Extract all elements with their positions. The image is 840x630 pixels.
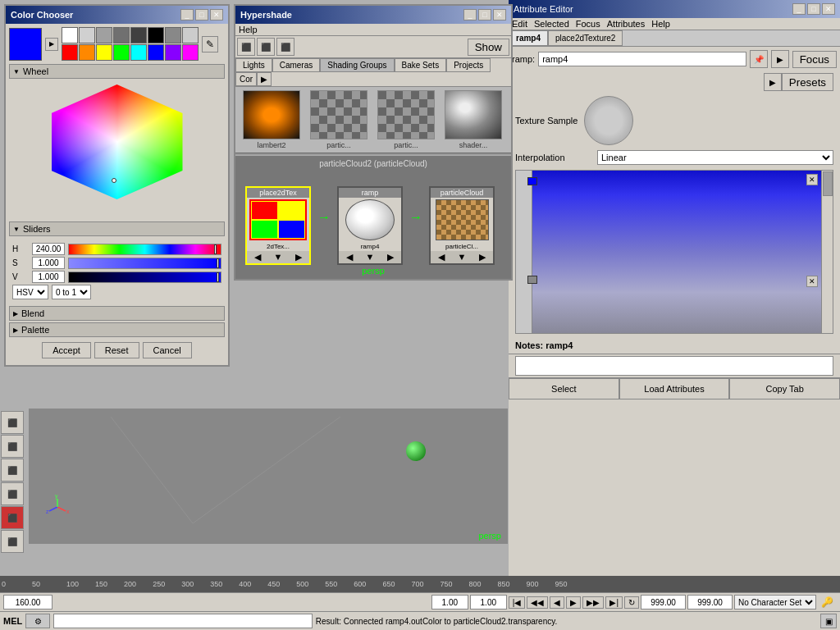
accept-button[interactable]: Accept (42, 342, 91, 358)
ae-menu-focus[interactable]: Focus (576, 19, 600, 29)
mel-input[interactable] (53, 614, 313, 628)
ae-menu-selected[interactable]: Selected (534, 19, 569, 29)
time-end-input[interactable] (641, 595, 686, 609)
ae-arrow-btn[interactable]: ▶ (771, 50, 789, 68)
loop-button[interactable]: ↻ (624, 596, 639, 609)
hs-node-2dtex-next[interactable]: ▶ (295, 252, 302, 262)
ae-ramp-marker-top[interactable] (527, 177, 537, 185)
hs-tool1[interactable]: ⬛ (237, 38, 255, 56)
hs-material-shader[interactable]: shader... (441, 90, 506, 149)
swatch-yellow[interactable] (96, 44, 112, 61)
hs-node-particle-prev[interactable]: ◀ (438, 252, 445, 262)
value-slider-thumb[interactable] (217, 272, 219, 282)
hs-minimize-button[interactable]: _ (463, 9, 477, 21)
swatch-white[interactable] (62, 27, 78, 43)
ae-ramp-marker-bottom[interactable] (527, 276, 537, 284)
lt-btn-2[interactable]: ⬛ (1, 435, 24, 458)
hs-tab-more[interactable]: Cor (235, 72, 257, 86)
range-end2-input[interactable] (687, 595, 733, 609)
eyedropper-tool[interactable]: ✎ (202, 36, 218, 52)
swatch-mgray[interactable] (96, 27, 112, 43)
minimize-button[interactable]: _ (180, 9, 194, 21)
swatch-gray2[interactable] (165, 27, 181, 43)
hs-tool2[interactable]: ⬛ (257, 38, 275, 56)
ae-select-button[interactable]: Select (509, 378, 619, 399)
ae-menu-edit[interactable]: Edit (512, 19, 527, 29)
ae-ramp-scrollbar[interactable] (821, 171, 833, 333)
lt-btn-1[interactable]: ⬛ (1, 411, 24, 434)
ae-ramp-gradient[interactable]: ✕ ✕ (532, 171, 821, 333)
value-value-input[interactable] (32, 271, 65, 283)
ae-notes-input[interactable] (515, 356, 833, 376)
ae-ramp-close-bottom[interactable]: ✕ (806, 276, 818, 287)
swatch-red[interactable] (62, 44, 78, 61)
ae-arrow-btn2[interactable]: ▶ (764, 73, 782, 91)
swatch-green[interactable] (113, 44, 130, 61)
swatch-orange[interactable] (79, 44, 95, 61)
play-back-button[interactable]: ◀ (550, 596, 564, 609)
mel-btn[interactable]: ▣ (820, 614, 837, 628)
hs-tab-shading[interactable]: Shading Groups (320, 58, 394, 72)
viewport[interactable]: persp x z y (29, 409, 508, 544)
swatch-black[interactable] (148, 27, 164, 43)
ae-tab-ramp4[interactable]: ramp4 (509, 30, 548, 46)
hs-node-particle[interactable]: particleCloud particleCl... ◀ ▼ ▶ (429, 186, 495, 265)
swatch-lgray2[interactable] (182, 27, 199, 43)
swatch-cyan[interactable] (130, 44, 147, 61)
value-slider-track[interactable] (68, 272, 221, 283)
ae-ramp-close-top[interactable]: ✕ (806, 174, 818, 185)
hs-material-partic1[interactable]: partic... (306, 90, 372, 149)
play-forward-button[interactable]: ▶ (566, 596, 581, 609)
swatch-dgray[interactable] (113, 27, 130, 43)
hs-menu-help[interactable]: Help (239, 25, 258, 34)
hs-node-ramp-next[interactable]: ▶ (387, 252, 394, 262)
hs-tab-bake[interactable]: Bake Sets (395, 58, 447, 72)
ae-ramp-scroll-thumb[interactable] (823, 171, 833, 196)
maximize-button[interactable]: □ (195, 9, 208, 21)
hs-tab-projects[interactable]: Projects (446, 58, 491, 72)
swatch-vdgray[interactable] (130, 27, 147, 43)
hs-node-ramp[interactable]: ramp ramp4 ◀ ▼ ▶ (337, 186, 403, 265)
lt-btn-4[interactable]: ⬛ (1, 482, 24, 505)
reset-button[interactable]: Reset (94, 342, 139, 358)
palette-section-header[interactable]: ▶ Palette (9, 322, 225, 337)
color-mode-dropdown[interactable]: HSV RGB (12, 285, 48, 299)
swatch-arrow[interactable]: ▶ (45, 38, 58, 51)
range-start-input[interactable] (431, 595, 468, 609)
ae-tab-place2d[interactable]: place2dTexture2 (548, 30, 623, 46)
ae-close-button[interactable]: ✕ (822, 3, 835, 15)
hs-tool3[interactable]: ⬛ (276, 38, 294, 56)
swatch-blue[interactable] (148, 44, 164, 61)
ae-bookmark-btn[interactable]: 📌 (750, 50, 768, 68)
hs-node-particle-next[interactable]: ▶ (479, 252, 486, 262)
ae-minimize-button[interactable]: _ (792, 3, 806, 15)
prev-frame-button[interactable]: ◀◀ (527, 596, 548, 609)
hs-tab-scroll[interactable]: ▶ (257, 72, 272, 86)
saturation-slider-track[interactable] (68, 258, 221, 269)
range-dropdown[interactable]: 0 to 1 (52, 285, 91, 299)
wheel-section-header[interactable]: ▼ Wheel (9, 64, 225, 79)
ae-load-attributes-button[interactable]: Load Attributes (619, 378, 730, 399)
hs-node-2dtex-play[interactable]: ▼ (274, 252, 283, 262)
hs-close-button[interactable]: ✕ (493, 9, 506, 21)
swatch-purple[interactable] (165, 44, 181, 61)
swatch-lgray[interactable] (79, 27, 95, 43)
ae-interpolation-dropdown[interactable]: Linear None Smooth Spline (597, 150, 833, 165)
ae-presets-button[interactable]: Presets (782, 73, 833, 91)
color-hexagon[interactable] (52, 84, 183, 199)
hs-show-button[interactable]: Show (468, 39, 509, 56)
hs-node-particle-play[interactable]: ▼ (458, 252, 467, 262)
ae-menu-attributes[interactable]: Attributes (607, 19, 645, 29)
hs-material-partic2[interactable]: partic... (373, 90, 439, 149)
go-end-button[interactable]: ▶| (605, 596, 623, 609)
lt-btn-3[interactable]: ⬛ (1, 459, 24, 482)
saturation-value-input[interactable] (32, 257, 65, 269)
cancel-button[interactable]: Cancel (143, 342, 192, 358)
sliders-section-header[interactable]: ▼ Sliders (9, 221, 225, 236)
lt-btn-6[interactable]: ⬛ (1, 530, 24, 553)
hs-material-lambert2[interactable]: lambert2 (239, 90, 304, 149)
saturation-slider-thumb[interactable] (217, 258, 219, 268)
color-wheel[interactable] (35, 84, 199, 216)
hue-value-input[interactable] (32, 243, 65, 255)
hs-node-ramp-play[interactable]: ▼ (366, 252, 375, 262)
